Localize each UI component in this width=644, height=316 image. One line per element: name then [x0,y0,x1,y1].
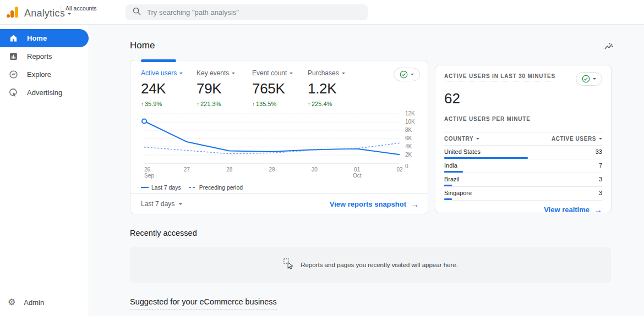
country-name: Singapore [444,190,472,196]
metric-value: 765K [252,80,308,97]
advertising-icon [8,87,19,98]
analytics-logo-icon [6,5,20,21]
metric-change: 221.3% [197,101,252,107]
chevron-down-icon [593,78,596,80]
metric-tabs: Active users 24K 35.9% Key events 79K 22… [130,60,428,107]
recently-accessed-empty-panel: Reports and pages you recently visited w… [130,247,611,283]
legend-item: Preceding period [189,184,243,191]
svg-text:2K: 2K [405,152,412,158]
sidebar: Home Reports Explore Advertising ⚙ Admin [0,25,89,316]
chevron-down-icon [411,74,414,75]
suggested-section-title: Suggested for your eCommerce business [130,297,277,309]
svg-text:Oct: Oct [353,173,362,179]
country-row: Brazil 3 [444,173,602,187]
svg-text:02: 02 [396,167,403,173]
per-minute-label: ACTIVE USERS PER MINUTE [444,116,602,122]
metric-tab-key-events[interactable]: Key events 79K 221.3% [197,69,252,107]
main-content: Home Active users 24K 35.9% Key events 7… [89,25,644,316]
svg-text:27: 27 [184,167,190,173]
svg-text:29: 29 [269,167,275,173]
country-row: India 7 [444,159,602,173]
account-switcher-label: All accounts [66,5,97,12]
account-switcher[interactable]: All accounts [66,5,97,15]
brand-title: Analytics [24,8,65,19]
gear-icon: ⚙ [8,298,15,307]
country-name: Brazil [444,176,460,182]
select-cursor-icon [283,258,295,272]
country-row: Singapore 3 [444,187,602,201]
svg-text:0: 0 [405,163,408,169]
country-name: United States [444,148,481,155]
legend-item: Last 7 days [141,184,181,191]
sidebar-item-admin[interactable]: ⚙ Admin [0,294,89,311]
country-active-users: 7 [599,162,602,169]
active-users-column-header[interactable]: ACTIVE USERS [552,136,602,142]
search-bar[interactable] [125,4,368,20]
country-column-header[interactable]: COUNTRY [444,136,479,142]
country-name: India [444,162,457,169]
search-icon [132,7,141,18]
svg-text:26: 26 [144,167,151,173]
country-bar [444,157,528,159]
country-table: COUNTRY ACTIVE USERS United States 33 In… [444,132,602,201]
realtime-title: ACTIVE USERS IN LAST 30 MINUTES [444,73,555,81]
metric-change: 35.9% [141,101,197,107]
svg-text:8K: 8K [405,127,412,133]
svg-text:Sep: Sep [144,173,154,179]
explore-icon [8,69,19,80]
sidebar-item-explore[interactable]: Explore [0,65,89,84]
country-bar [444,171,463,173]
arrow-right-icon: → [594,205,602,214]
data-quality-badge[interactable] [576,72,602,86]
line-chart: 2K4K6K8K10K12K026Sep2728293001Oct02 [130,107,428,183]
data-quality-badge[interactable] [394,68,420,81]
chevron-down-icon [179,203,182,205]
chevron-down-icon [68,13,71,15]
chevron-down-icon [342,73,345,74]
svg-text:4K: 4K [405,143,412,149]
header-divider [61,5,61,19]
overview-card: Active users 24K 35.9% Key events 79K 22… [130,60,428,214]
insights-icon[interactable] [602,40,615,53]
realtime-card: ACTIVE USERS IN LAST 30 MINUTES 62 ACTIV… [435,65,612,213]
chevron-down-icon [179,73,183,74]
reports-icon [8,51,19,62]
arrow-right-icon: → [411,199,419,209]
empty-state-message: Reports and pages you recently visited w… [301,262,458,268]
country-row: United States 33 [444,146,602,159]
metric-change: 225.4% [308,101,363,107]
app-header: Analytics All accounts [0,0,644,25]
metric-change: 135.5% [252,101,308,107]
metric-value: 24K [141,80,197,97]
chevron-down-icon [599,138,602,140]
metric-value: 1.2K [308,80,363,97]
chevron-down-icon [290,73,293,74]
metric-tab-event-count[interactable]: Event count 765K 135.5% [252,69,308,107]
check-circle-icon [582,75,590,83]
svg-text:28: 28 [226,167,233,173]
country-active-users: 3 [599,190,602,196]
view-reports-snapshot-link[interactable]: View reports snapshot → [330,199,419,209]
view-realtime-link[interactable]: View realtime → [544,205,602,214]
recently-accessed-title: Recently accessed [130,229,197,237]
date-range-select[interactable]: Last 7 days [141,200,182,208]
metric-tab-purchases[interactable]: Purchases 1.2K 225.4% [308,69,363,107]
svg-text:01: 01 [354,167,361,173]
sidebar-item-reports[interactable]: Reports [0,47,89,65]
sidebar-item-home[interactable]: Home [0,29,89,47]
svg-text:10K: 10K [405,119,415,125]
metric-tab-active-users[interactable]: Active users 24K 35.9% [141,69,197,107]
sidebar-item-advertising[interactable]: Advertising [0,84,89,102]
active-tab-indicator [141,59,176,62]
check-circle-icon [400,70,408,79]
sidebar-nav: Home Reports Explore Advertising [0,25,89,102]
svg-text:12K: 12K [405,110,415,117]
active-users-30min-value: 62 [444,90,602,107]
chevron-down-icon [476,138,479,140]
search-input[interactable] [147,8,361,16]
country-active-users: 33 [596,148,602,155]
svg-text:30: 30 [312,167,318,173]
home-icon [8,33,19,44]
page-title: Home [130,40,155,51]
sidebar-admin-label: Admin [24,298,44,307]
